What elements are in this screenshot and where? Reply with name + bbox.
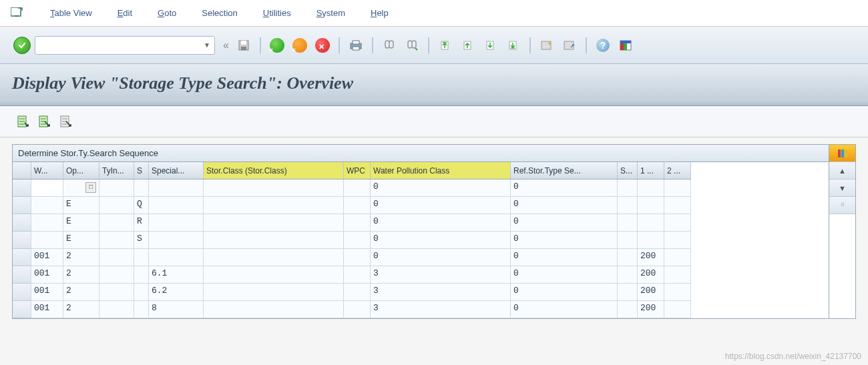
- cell-storclass[interactable]: [204, 214, 344, 232]
- help-icon[interactable]: ?: [594, 37, 612, 54]
- cell-sel[interactable]: [13, 266, 31, 284]
- cell-wpc_long[interactable]: 0: [371, 197, 511, 214]
- cell-c2[interactable]: [664, 301, 691, 318]
- cell-special[interactable]: [149, 214, 204, 232]
- cell-c2[interactable]: [664, 214, 691, 232]
- cell-wpc[interactable]: [344, 284, 371, 301]
- cell-w[interactable]: [31, 179, 63, 197]
- cell-ss[interactable]: [618, 232, 638, 249]
- column-header-wpc[interactable]: WPC: [344, 162, 371, 179]
- print-icon[interactable]: [347, 37, 365, 54]
- cell-storclass[interactable]: [204, 301, 344, 318]
- column-header-tyin[interactable]: TyIn...: [99, 162, 134, 179]
- cell-c2[interactable]: [664, 249, 691, 266]
- column-header-sel[interactable]: [13, 162, 31, 179]
- cell-storclass[interactable]: [204, 266, 344, 284]
- cell-c1[interactable]: 200: [638, 249, 664, 266]
- cell-w[interactable]: 001: [31, 249, 63, 266]
- cell-ss[interactable]: [618, 214, 638, 232]
- cell-tyin[interactable]: [99, 301, 134, 318]
- cell-ss[interactable]: [618, 179, 638, 197]
- cell-wpc_long[interactable]: 3: [371, 266, 511, 284]
- enter-button[interactable]: [13, 37, 31, 54]
- cell-wpc_long[interactable]: 0: [371, 179, 511, 197]
- cell-c1[interactable]: [638, 214, 664, 232]
- cell-s[interactable]: R: [134, 214, 149, 232]
- find-next-icon[interactable]: [403, 37, 421, 54]
- layout-menu-icon[interactable]: [616, 37, 635, 54]
- cell-ss[interactable]: [618, 197, 638, 214]
- app-logo-icon[interactable]: [10, 6, 25, 21]
- cell-s[interactable]: [134, 301, 149, 318]
- cell-storclass[interactable]: [204, 232, 344, 249]
- cell-ref[interactable]: 0: [511, 214, 618, 232]
- cell-ref[interactable]: 0: [511, 179, 618, 197]
- cell-w[interactable]: 001: [31, 301, 63, 318]
- cell-w[interactable]: [31, 197, 63, 214]
- cell-c1[interactable]: [638, 197, 664, 214]
- generate-shortcut-icon[interactable]: [560, 37, 579, 54]
- cell-wpc[interactable]: [344, 214, 371, 232]
- cell-sel[interactable]: [13, 249, 31, 266]
- cell-c2[interactable]: [664, 232, 691, 249]
- cell-wpc[interactable]: [344, 197, 371, 214]
- cell-ss[interactable]: [618, 284, 638, 301]
- cell-op[interactable]: E: [63, 214, 99, 232]
- cell-s[interactable]: Q: [134, 197, 149, 214]
- cell-tyin[interactable]: [99, 266, 134, 284]
- cell-special[interactable]: [149, 249, 204, 266]
- cell-sel[interactable]: [13, 214, 31, 232]
- cell-op[interactable]: □: [63, 179, 99, 197]
- cell-ss[interactable]: [618, 301, 638, 318]
- cell-op[interactable]: 2: [63, 284, 99, 301]
- cell-storclass[interactable]: [204, 284, 344, 301]
- cell-wpc[interactable]: [344, 179, 371, 197]
- column-header-ref[interactable]: Ref.Stor.Type Se...: [511, 162, 618, 179]
- cell-storclass[interactable]: [204, 197, 344, 214]
- cell-wpc[interactable]: [344, 232, 371, 249]
- cancel-icon[interactable]: ✕: [313, 37, 332, 54]
- cell-c2[interactable]: [664, 197, 691, 214]
- cell-s[interactable]: [134, 284, 149, 301]
- column-header-op[interactable]: Op...: [63, 162, 99, 179]
- command-field[interactable]: ▼: [35, 36, 215, 55]
- cell-op[interactable]: 2: [63, 249, 99, 266]
- cell-ref[interactable]: 0: [511, 301, 618, 318]
- scroll-down-button[interactable]: ▼: [829, 179, 855, 197]
- create-session-icon[interactable]: [537, 37, 556, 54]
- cell-sel[interactable]: [13, 284, 31, 301]
- cell-w[interactable]: [31, 232, 63, 249]
- menu-edit[interactable]: Edit: [118, 8, 132, 18]
- cell-c2[interactable]: [664, 179, 691, 197]
- cell-op[interactable]: E: [63, 197, 99, 214]
- column-header-storclass[interactable]: Stor.Class (Stor.Class): [204, 162, 344, 179]
- cell-tyin[interactable]: [99, 284, 134, 301]
- cell-op[interactable]: 2: [63, 266, 99, 284]
- dropdown-icon[interactable]: ▼: [204, 41, 210, 49]
- cell-w[interactable]: [31, 214, 63, 232]
- cell-wpc_long[interactable]: 3: [371, 301, 511, 318]
- menu-goto[interactable]: Goto: [158, 8, 176, 18]
- cell-c1[interactable]: 200: [638, 266, 664, 284]
- f4-help-button[interactable]: □: [85, 182, 96, 193]
- cell-s[interactable]: S: [134, 232, 149, 249]
- cell-special[interactable]: 6.1: [149, 266, 204, 284]
- cell-ref[interactable]: 0: [511, 249, 618, 266]
- next-page-icon[interactable]: [481, 37, 500, 54]
- scroll-drag-button[interactable]: ⠿: [829, 197, 855, 214]
- cell-c1[interactable]: 200: [638, 301, 664, 318]
- cell-wpc_long[interactable]: 0: [371, 249, 511, 266]
- cell-s[interactable]: [134, 266, 149, 284]
- cell-tyin[interactable]: [99, 214, 134, 232]
- cell-ref[interactable]: 0: [511, 284, 618, 301]
- cell-c1[interactable]: 200: [638, 284, 664, 301]
- cell-s[interactable]: [134, 179, 149, 197]
- prev-page-icon[interactable]: [459, 37, 477, 54]
- cell-s[interactable]: [134, 249, 149, 266]
- column-header-ss[interactable]: S...: [618, 162, 638, 179]
- cell-ref[interactable]: 0: [511, 197, 618, 214]
- cell-sel[interactable]: [13, 197, 31, 214]
- cell-wpc_long[interactable]: 0: [371, 214, 511, 232]
- cell-op[interactable]: 2: [63, 301, 99, 318]
- cell-ref[interactable]: 0: [511, 266, 618, 284]
